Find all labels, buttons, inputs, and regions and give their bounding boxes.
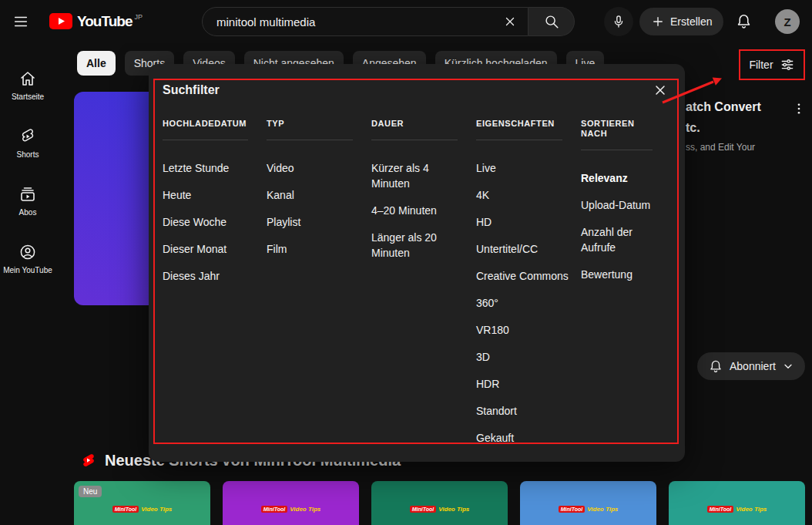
sidebar-item-label: Abos	[19, 208, 37, 217]
mic-icon	[611, 14, 626, 29]
filter-column-sort-by: SORTIEREN NACH RelevanzUpload-DatumAnzah…	[581, 119, 671, 457]
video-menu-button[interactable]	[790, 100, 807, 117]
filter-option[interactable]: Video	[267, 160, 359, 176]
filter-option[interactable]: 3D	[476, 349, 569, 365]
voice-search-button[interactable]	[604, 7, 633, 36]
filter-option[interactable]: Anzahl der Aufrufe	[581, 224, 659, 255]
filter-option[interactable]: HD	[476, 214, 569, 230]
create-button-label: Erstellen	[670, 15, 712, 28]
filter-button-label: Filter	[749, 59, 773, 71]
sidebar-item-startseite[interactable]: Startseite	[3, 62, 52, 112]
brand-banner: MiniTool Video Tips	[520, 506, 656, 513]
youtube-page: atch Convert tc. ss, and Edit Your Abonn…	[0, 0, 812, 525]
clear-search-button[interactable]	[502, 13, 518, 30]
filter-annotation-box: Filter	[739, 49, 805, 80]
dialog-content: Suchfilter HOCHLADEDATUM Letzte StundeHe…	[149, 64, 685, 457]
search-bar	[202, 7, 575, 36]
divider	[581, 150, 653, 150]
filter-option[interactable]: Standort	[476, 403, 569, 419]
filter-button[interactable]: Filter	[744, 56, 799, 73]
menu-button[interactable]	[12, 13, 29, 30]
divider	[163, 140, 248, 140]
subscriptions-icon	[18, 185, 37, 204]
filter-option[interactable]: Upload-Datum	[581, 197, 659, 213]
filter-options-list: Letzte StundeHeuteDiese WocheDieser Mona…	[163, 160, 254, 284]
filter-option[interactable]: Dieser Monat	[163, 241, 254, 257]
filter-options-list: Live4KHDUntertitel/CCCreative Commons360…	[476, 160, 569, 446]
brand-banner: MiniTool Video Tips	[669, 506, 805, 513]
search-icon	[543, 13, 560, 30]
filter-option[interactable]: Live	[476, 160, 569, 176]
filter-option[interactable]: Kanal	[267, 187, 359, 203]
subscribed-button[interactable]: Abonniert	[697, 352, 805, 380]
shorts-card[interactable]: Neu MiniTool Video Tips	[74, 481, 210, 525]
brand-minitool-label: MiniTool	[410, 506, 437, 513]
filter-option[interactable]: 360°	[476, 295, 569, 311]
sidebar-item-mein-youtube[interactable]: Mein YouTube	[3, 235, 52, 285]
shorts-card[interactable]: MiniTool Video Tips	[520, 481, 656, 525]
filter-column-upload-date: HOCHLADEDATUM Letzte StundeHeuteDiese Wo…	[163, 119, 267, 457]
create-button[interactable]: Erstellen	[639, 8, 723, 35]
filter-option[interactable]: Kürzer als 4 Minuten	[371, 160, 464, 191]
filter-option[interactable]: Länger als 20 Minuten	[371, 230, 464, 261]
filter-columns: HOCHLADEDATUM Letzte StundeHeuteDiese Wo…	[163, 119, 671, 457]
brand-videotips-label: Video Tips	[736, 506, 767, 513]
filter-options-list: RelevanzUpload-DatumAnzahl der AufrufeBe…	[581, 170, 659, 282]
plus-icon	[651, 15, 665, 29]
sidebar-item-shorts[interactable]: Shorts	[3, 119, 52, 170]
filter-column-header: HOCHLADEDATUM	[163, 119, 254, 129]
filter-option[interactable]: Bewertung	[581, 267, 659, 282]
search-input[interactable]	[215, 15, 502, 29]
search-filter-dialog: Suchfilter HOCHLADEDATUM Letzte StundeHe…	[149, 64, 685, 462]
shorts-card[interactable]: MiniTool Video Tips	[371, 481, 508, 525]
filter-option[interactable]: Creative Commons	[476, 268, 569, 284]
filter-option[interactable]: Dieses Jahr	[163, 268, 254, 284]
shorts-card[interactable]: MiniTool Video Tips	[223, 481, 359, 525]
sidebar-item-abos[interactable]: Abos	[3, 177, 52, 227]
brand-minitool-label: MiniTool	[261, 506, 288, 513]
bell-icon	[735, 12, 753, 30]
hamburger-icon	[12, 13, 29, 30]
filter-option[interactable]: 4K	[476, 187, 569, 203]
filter-column-duration: DAUER Kürzer als 4 Minuten4–20 MinutenLä…	[371, 119, 476, 457]
divider	[267, 140, 353, 140]
kebab-icon	[792, 102, 806, 116]
notifications-button[interactable]	[735, 12, 753, 30]
brand-minitool-label: MiniTool	[112, 506, 139, 513]
shorts-card[interactable]: MiniTool Video Tips	[669, 481, 805, 525]
filter-option[interactable]: Diese Woche	[163, 214, 254, 230]
search-button[interactable]	[528, 7, 575, 36]
shorts-red-icon	[80, 453, 97, 469]
search-chip[interactable]: Alle	[77, 51, 116, 76]
filter-option[interactable]: Untertitel/CC	[476, 241, 569, 257]
youtube-logo[interactable]: YouTube JP	[49, 13, 143, 29]
youtube-wordmark: YouTube	[77, 13, 132, 29]
filter-column-header: EIGENSCHAFTEN	[476, 119, 569, 129]
avatar[interactable]: Z	[775, 9, 800, 34]
top-bar: YouTube JP	[0, 0, 812, 43]
brand-banner: MiniTool Video Tips	[371, 506, 508, 513]
filter-option[interactable]: Heute	[163, 187, 254, 203]
filter-options-list: VideoKanalPlaylistFilm	[267, 160, 359, 257]
filter-option[interactable]: 4–20 Minuten	[371, 203, 464, 218]
new-badge: Neu	[79, 486, 102, 497]
video-title-fragment: atch Convert	[686, 100, 761, 114]
youtube-play-badge-icon	[49, 13, 72, 29]
sidebar: Startseite Shorts Abos Mein YouTube	[0, 43, 55, 525]
filter-option[interactable]: Film	[267, 241, 359, 257]
filter-option[interactable]: HDR	[476, 376, 569, 392]
shorts-icon	[18, 127, 37, 146]
brand-videotips-label: Video Tips	[141, 506, 172, 513]
clear-search-icon	[503, 15, 517, 29]
brand-videotips-label: Video Tips	[290, 506, 320, 513]
filter-option[interactable]: VR180	[476, 322, 569, 338]
filter-option[interactable]: Relevanz	[581, 170, 659, 186]
filter-option[interactable]: Playlist	[267, 214, 359, 230]
close-button[interactable]	[653, 82, 668, 98]
filter-option[interactable]: Gekauft	[476, 430, 569, 446]
filter-sliders-icon	[780, 57, 795, 72]
search-input-container	[202, 7, 528, 36]
filter-option[interactable]: Letzte Stunde	[163, 160, 254, 176]
filter-column-type: TYP VideoKanalPlaylistFilm	[267, 119, 371, 457]
brand-videotips-label: Video Tips	[438, 506, 469, 513]
